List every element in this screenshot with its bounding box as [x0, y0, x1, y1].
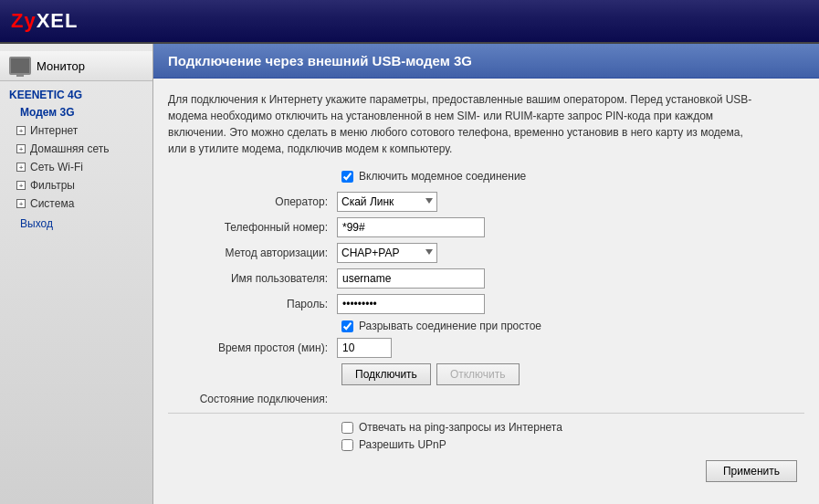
enable-checkbox[interactable]	[341, 171, 353, 183]
phone-row: Телефонный номер:	[168, 217, 804, 237]
sidebar-item-filters[interactable]: + Фильтры	[0, 176, 152, 194]
expand-home-icon: +	[16, 144, 26, 153]
sidebar-item-internet[interactable]: + Интернет	[0, 121, 152, 140]
status-row: Состояние подключения:	[168, 393, 804, 405]
ping-checkbox[interactable]	[341, 422, 353, 434]
idle-row: Время простоя (мин):	[168, 338, 804, 358]
logo: ZyXEL	[11, 9, 78, 33]
username-row: Имя пользователя:	[168, 268, 804, 289]
idle-label: Время простоя (мин):	[168, 341, 337, 354]
operator-label: Оператор:	[168, 195, 337, 208]
logo-zy: Zy	[11, 9, 37, 32]
sidebar: Монитор KEENETIC 4G Модем 3G + Интернет …	[0, 44, 153, 504]
enable-row: Включить модемное соединение	[168, 170, 804, 183]
disconnect-checkbox[interactable]	[341, 320, 353, 332]
content-area: Подключение через внешний USB-модем 3G Д…	[153, 44, 819, 504]
sidebar-item-exit[interactable]: Выход	[0, 215, 152, 233]
content-body: Для подключения к Интернету укажите пара…	[153, 79, 819, 495]
disconnect-row: Разрывать соединение при простое	[168, 320, 804, 332]
disconnect-button[interactable]: Отключить	[436, 363, 520, 385]
main-layout: Монитор KEENETIC 4G Модем 3G + Интернет …	[0, 44, 819, 504]
expand-filters-icon: +	[16, 181, 26, 190]
upnp-row: Разрешить UPnP	[168, 438, 804, 451]
description-text: Для подключения к Интернету укажите пара…	[168, 91, 752, 157]
monitor-icon	[9, 57, 31, 75]
idle-input[interactable]	[337, 338, 392, 358]
status-label: Состояние подключения:	[168, 393, 337, 405]
divider	[168, 413, 804, 414]
username-label: Имя пользователя:	[168, 272, 337, 285]
sidebar-item-system[interactable]: + Система	[0, 194, 152, 213]
ping-row: Отвечать на ping-запросы из Интернета	[168, 421, 804, 434]
upnp-label[interactable]: Разрешить UPnP	[359, 438, 446, 451]
password-input[interactable]	[337, 294, 485, 314]
expand-system-icon: +	[16, 199, 26, 208]
disconnect-label[interactable]: Разрывать соединение при простое	[359, 320, 541, 332]
auth-row: Метод авторизации: CHAP+PAP	[168, 243, 804, 263]
exit-label: Выход	[20, 217, 53, 230]
expand-internet-icon: +	[16, 126, 26, 135]
filters-label: Фильтры	[30, 179, 75, 192]
operator-select[interactable]: Скай Линк	[337, 192, 437, 212]
modem-label: Модем 3G	[20, 106, 75, 119]
sidebar-section-title: KEENETIC 4G	[0, 85, 152, 103]
sidebar-monitor-btn[interactable]: Монитор	[0, 51, 152, 81]
phone-label: Телефонный номер:	[168, 221, 337, 234]
internet-label: Интернет	[30, 124, 78, 137]
apply-button[interactable]: Применить	[706, 460, 797, 482]
password-row: Пароль:	[168, 294, 804, 314]
page-title: Подключение через внешний USB-модем 3G	[168, 53, 804, 68]
upnp-checkbox[interactable]	[341, 439, 353, 451]
apply-row: Применить	[168, 460, 804, 482]
auth-select[interactable]: CHAP+PAP	[337, 243, 437, 263]
expand-wifi-icon: +	[16, 163, 26, 172]
content-header: Подключение через внешний USB-модем 3G	[153, 44, 819, 79]
header: ZyXEL	[0, 0, 819, 44]
logo-xel: XEL	[37, 9, 79, 32]
home-network-label: Домашняя сеть	[30, 142, 109, 155]
operator-row: Оператор: Скай Линк	[168, 192, 804, 212]
password-label: Пароль:	[168, 298, 337, 310]
sidebar-item-modem[interactable]: Модем 3G	[0, 103, 152, 121]
sidebar-item-wifi[interactable]: + Сеть Wi-Fi	[0, 158, 152, 176]
username-input[interactable]	[337, 268, 485, 289]
phone-input[interactable]	[337, 217, 485, 237]
connection-buttons: Подключить Отключить	[168, 363, 804, 385]
auth-label: Метод авторизации:	[168, 247, 337, 259]
sidebar-item-home-network[interactable]: + Домашняя сеть	[0, 140, 152, 158]
enable-label[interactable]: Включить модемное соединение	[359, 170, 526, 183]
monitor-label: Монитор	[37, 59, 85, 73]
ping-label[interactable]: Отвечать на ping-запросы из Интернета	[359, 421, 562, 434]
system-label: Система	[30, 197, 74, 210]
wifi-label: Сеть Wi-Fi	[30, 161, 83, 173]
connect-button[interactable]: Подключить	[341, 363, 431, 385]
